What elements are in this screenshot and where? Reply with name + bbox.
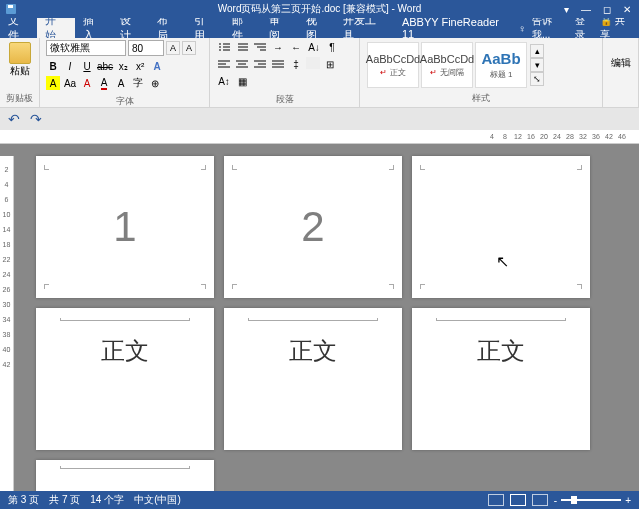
- snap-button[interactable]: ▦: [234, 74, 250, 88]
- font-group-label: 字体: [46, 93, 203, 108]
- italic-button[interactable]: I: [63, 59, 77, 73]
- tab-0[interactable]: 文件: [0, 18, 37, 38]
- redo-button[interactable]: ↷: [30, 111, 42, 127]
- page-thumbnail-3[interactable]: ↖: [412, 156, 590, 298]
- decrease-indent-button[interactable]: ←: [288, 40, 304, 54]
- styles-up-button[interactable]: ▴: [530, 44, 544, 58]
- styles-group-label: 样式: [366, 90, 596, 105]
- text-effect-button[interactable]: A: [150, 59, 164, 73]
- page-thumbnail-7[interactable]: [36, 460, 214, 491]
- font-name-selector[interactable]: 微软雅黑: [46, 40, 126, 56]
- svg-point-2: [219, 43, 221, 45]
- shading-button[interactable]: [306, 57, 320, 69]
- styles-down-button[interactable]: ▾: [530, 58, 544, 72]
- sort-button[interactable]: A↓: [306, 40, 322, 54]
- horizontal-ruler[interactable]: 48121620242832364246: [0, 130, 639, 144]
- increase-indent-button[interactable]: →: [270, 40, 286, 54]
- tab-3[interactable]: 设计: [112, 18, 149, 38]
- page-thumbnail-2[interactable]: 2: [224, 156, 402, 298]
- tab-10[interactable]: ABBYY FineReader 11: [394, 18, 519, 38]
- style-nospacing[interactable]: AaBbCcDd↵ 无间隔: [421, 42, 473, 88]
- zoom-slider[interactable]: [561, 499, 621, 501]
- page-thumbnail-1[interactable]: 1: [36, 156, 214, 298]
- page-thumbnail-5[interactable]: 正文: [224, 308, 402, 450]
- minimize-button[interactable]: ―: [581, 4, 591, 15]
- numbering-button[interactable]: [234, 40, 250, 54]
- vertical-ruler[interactable]: 2461014182224263034384042: [0, 156, 14, 491]
- line-spacing-button[interactable]: ‡: [288, 57, 304, 71]
- header-line: [436, 320, 566, 321]
- bullets-button[interactable]: [216, 40, 232, 54]
- font-size-selector[interactable]: 80: [128, 40, 164, 56]
- svg-rect-1: [8, 5, 13, 8]
- align-left-button[interactable]: [216, 57, 232, 71]
- tell-me-icon: ♀: [518, 23, 526, 34]
- styles-expand-button[interactable]: ⤡: [530, 72, 544, 86]
- page-thumbnail-6[interactable]: 正文: [412, 308, 590, 450]
- cursor-icon: ↖: [496, 252, 509, 271]
- tab-9[interactable]: 开发工具: [335, 18, 394, 38]
- header-line: [60, 320, 190, 321]
- change-case-button[interactable]: Aa: [63, 76, 77, 90]
- align-center-button[interactable]: [234, 57, 250, 71]
- borders-button[interactable]: ⊞: [322, 57, 338, 71]
- superscript-button[interactable]: x²: [133, 59, 147, 73]
- status-words[interactable]: 14 个字: [90, 493, 124, 507]
- tab-4[interactable]: 布局: [149, 18, 186, 38]
- zoom-in-button[interactable]: +: [625, 495, 631, 506]
- header-line: [248, 320, 378, 321]
- underline-button[interactable]: U: [80, 59, 94, 73]
- paste-icon: [9, 42, 31, 64]
- paste-button[interactable]: 粘贴: [6, 40, 33, 80]
- edit-button[interactable]: 编辑: [609, 40, 632, 70]
- align-right-button[interactable]: [252, 57, 268, 71]
- svg-point-4: [219, 46, 221, 48]
- paragraph-group-label: 段落: [216, 91, 353, 106]
- window-title: Word页码从第三页开始.doc [兼容模式] - Word: [218, 2, 422, 16]
- web-layout-button[interactable]: [532, 494, 548, 506]
- zoom-out-button[interactable]: -: [554, 495, 557, 506]
- tab-1[interactable]: 开始: [37, 18, 74, 38]
- phonetic-button[interactable]: 字: [131, 76, 145, 90]
- status-lang[interactable]: 中文(中国): [134, 493, 181, 507]
- enclose-button[interactable]: ⊕: [148, 76, 162, 90]
- tab-7[interactable]: 审阅: [261, 18, 298, 38]
- ribbon-options-icon[interactable]: ▾: [564, 4, 569, 15]
- clear-format-button[interactable]: A: [80, 76, 94, 90]
- status-total: 共 7 页: [49, 493, 80, 507]
- grow-font-button[interactable]: A: [166, 41, 180, 55]
- font-color-button[interactable]: A: [97, 76, 111, 90]
- show-marks-button[interactable]: ¶: [324, 40, 340, 54]
- clipboard-group-label: 剪贴板: [6, 90, 33, 105]
- save-icon[interactable]: [6, 4, 16, 14]
- shrink-font-button[interactable]: A: [182, 41, 196, 55]
- justify-button[interactable]: [270, 57, 286, 71]
- text-direction-button[interactable]: A↕: [216, 74, 232, 88]
- tab-2[interactable]: 插入: [75, 18, 112, 38]
- undo-button[interactable]: ↶: [8, 111, 20, 127]
- tab-8[interactable]: 视图: [298, 18, 335, 38]
- bold-button[interactable]: B: [46, 59, 60, 73]
- maximize-button[interactable]: ◻: [603, 4, 611, 15]
- tab-6[interactable]: 邮件: [224, 18, 261, 38]
- highlight-button[interactable]: A: [46, 76, 60, 90]
- tab-5[interactable]: 引用: [186, 18, 223, 38]
- page-thumbnail-4[interactable]: 正文: [36, 308, 214, 450]
- strike-button[interactable]: abc: [97, 59, 113, 73]
- multilevel-button[interactable]: [252, 40, 268, 54]
- svg-point-6: [219, 49, 221, 51]
- header-line: [60, 468, 190, 469]
- print-layout-button[interactable]: [510, 494, 526, 506]
- status-page[interactable]: 第 3 页: [8, 493, 39, 507]
- char-border-button[interactable]: A: [114, 76, 128, 90]
- subscript-button[interactable]: x₂: [116, 59, 130, 73]
- close-button[interactable]: ✕: [623, 4, 631, 15]
- style-normal[interactable]: AaBbCcDd↵ 正文: [367, 42, 419, 88]
- style-heading1[interactable]: AaBb标题 1: [475, 42, 527, 88]
- read-mode-button[interactable]: [488, 494, 504, 506]
